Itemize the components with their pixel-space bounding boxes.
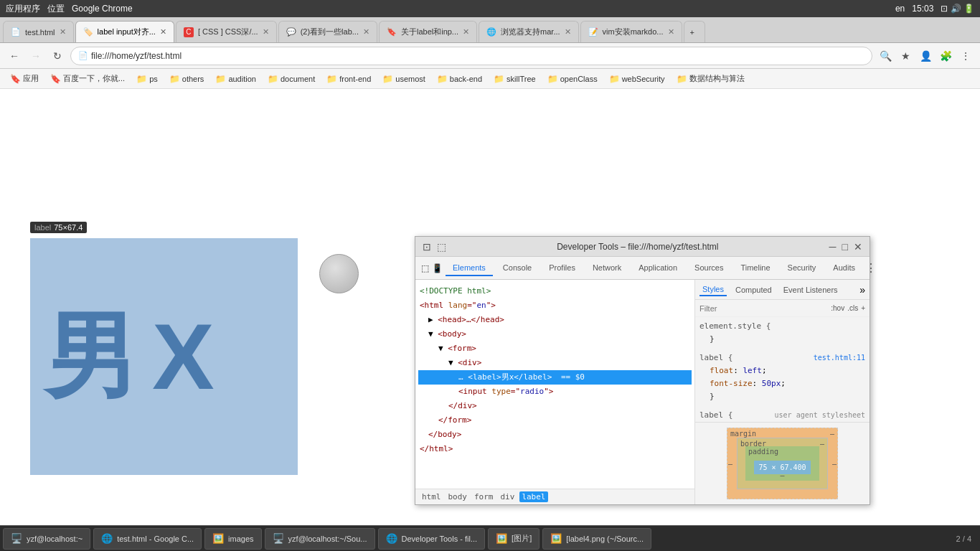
elem-html-tag: <html lang="en"> — [420, 301, 496, 310]
reload-button[interactable]: ↻ — [49, 47, 66, 65]
breadcrumb-div[interactable]: div — [499, 491, 517, 502]
browser-menu[interactable]: Google Chrome — [72, 4, 133, 14]
tab-label2[interactable]: 💬 (2)看到一些lab... ✕ — [278, 21, 377, 42]
elem-div[interactable]: ▼ <div> — [418, 356, 692, 370]
tab-close-6[interactable]: ✕ — [565, 27, 571, 37]
devtools-title: Developer Tools – file:///home/yzf/test.… — [446, 242, 829, 252]
devtools-device-icon[interactable]: 📱 — [432, 261, 443, 276]
tab-audits[interactable]: Audits — [826, 260, 862, 276]
style-block-label: label { test.html:11 float: left; font-s… — [699, 352, 865, 403]
styles-filter-input[interactable] — [699, 304, 828, 313]
elem-body-close[interactable]: </body> — [418, 428, 692, 442]
styles-tab-event-listeners[interactable]: Event Listeners — [781, 284, 841, 296]
taskbar-chrome-test[interactable]: 🌐 test.html - Google C... — [93, 528, 202, 550]
breadcrumb-form[interactable]: form — [472, 491, 496, 502]
taskbar-images[interactable]: 🖼️ images — [204, 528, 261, 550]
tab-timeline[interactable]: Timeline — [733, 260, 777, 276]
taskbar-label4[interactable]: 🖼️ [label4.png (~/Sourc... — [542, 528, 651, 550]
devtools-inspect-element-icon[interactable]: ⬚ — [421, 261, 429, 276]
tab-label-input[interactable]: 🏷️ label input对齐... ✕ — [75, 21, 174, 42]
bookmark-others[interactable]: 📁 others — [165, 72, 209, 85]
elem-form-triangle[interactable]: ▼ — [438, 344, 443, 353]
tab-network[interactable]: Network — [585, 260, 628, 276]
bookmark-document[interactable]: 📁 document — [263, 72, 319, 85]
elem-html[interactable]: <html lang="en"> — [418, 298, 692, 313]
radio-input[interactable] — [319, 254, 359, 293]
tab-browser-support[interactable]: 🌐 浏览器支持mar... ✕ — [479, 21, 579, 42]
tab-new[interactable]: + — [684, 21, 705, 42]
tab-close-2[interactable]: ✕ — [160, 27, 166, 37]
styles-tab-computed[interactable]: Computed — [732, 284, 775, 296]
style-source-label[interactable]: test.html:11 — [814, 352, 865, 364]
elem-form-close[interactable]: </form> — [418, 413, 692, 428]
tab-about-label[interactable]: 🔖 关于label和inp... ✕ — [379, 21, 477, 42]
tab-close-7[interactable]: ✕ — [668, 27, 674, 37]
back-button[interactable]: ← — [6, 47, 23, 65]
tab-console[interactable]: Console — [496, 260, 539, 276]
devtools-minimize-btn[interactable]: ─ — [829, 241, 837, 253]
tab-sources[interactable]: Sources — [687, 260, 730, 276]
elem-body-triangle[interactable]: ▼ — [428, 329, 433, 339]
devtools-more-icon[interactable]: ⋮ — [865, 261, 877, 275]
breadcrumb-label[interactable]: label — [519, 491, 547, 502]
elem-body[interactable]: ▼ <body> — [418, 327, 692, 342]
bookmark-icon[interactable]: ★ — [897, 47, 914, 65]
elem-input[interactable]: <input type="radio"> — [418, 385, 692, 399]
devtools-dock-icon[interactable]: ⊡ — [423, 241, 431, 253]
elem-label[interactable]: … <label>男x</label> == $0 — [418, 370, 692, 385]
hov-label[interactable]: :hov — [831, 304, 844, 312]
bookmark-backend[interactable]: 📁 back-end — [433, 72, 486, 85]
tab-close-1[interactable]: ✕ — [60, 27, 66, 37]
taskbar-devtools[interactable]: 🌐 Developer Tools - fil... — [378, 528, 486, 550]
add-style-btn[interactable]: + — [861, 304, 865, 312]
more-icon[interactable]: ⋮ — [957, 47, 974, 65]
box-model-area: margin – border – padding – — [695, 422, 870, 504]
devtools-close-btn[interactable]: ✕ — [854, 241, 862, 253]
tab-test-html[interactable]: 📄 test.html ✕ — [3, 21, 74, 42]
tab-application[interactable]: Application — [631, 260, 684, 276]
elem-html-close[interactable]: </html> — [418, 442, 692, 456]
styles-more-icon[interactable]: » — [859, 284, 865, 296]
bookmark-usemost[interactable]: 📁 usemost — [378, 72, 430, 85]
tab-close-5[interactable]: ✕ — [463, 27, 469, 37]
tab-security[interactable]: Security — [781, 260, 824, 276]
tab-vim[interactable]: 📝 vim安装markdo... ✕ — [580, 21, 682, 42]
search-icon[interactable]: 🔍 — [877, 47, 894, 65]
bookmark-openclass[interactable]: 📁 openClass — [543, 72, 602, 85]
bookmark-skilltree[interactable]: 📁 skillTree — [489, 72, 540, 85]
taskbar-terminal2[interactable]: 🖥️ yzf@localhost:~/Sou... — [265, 528, 375, 550]
elem-head[interactable]: ▶ <head>…</head> — [418, 313, 692, 327]
places-menu[interactable]: 位置 — [47, 3, 65, 15]
cls-label[interactable]: .cls — [847, 304, 858, 312]
breadcrumb-body[interactable]: body — [446, 491, 470, 502]
elem-form[interactable]: ▼ <form> — [418, 342, 692, 356]
devtools-inspect-icon[interactable]: ⬚ — [437, 241, 446, 253]
styles-tab-styles[interactable]: Styles — [699, 283, 727, 296]
profile-icon[interactable]: 👤 — [917, 47, 934, 65]
bookmark-baidu[interactable]: 🔖 百度一下，你就... — [46, 72, 129, 85]
address-bar[interactable]: 📄 file:///home/yzf/test.html — [70, 47, 872, 65]
tab-profiles[interactable]: Profiles — [542, 260, 583, 276]
taskbar-image-viewer[interactable]: 🖼️ [图片] — [488, 528, 540, 550]
settings-icon[interactable]: ⊡ 🔊 🔋 — [941, 4, 974, 14]
devtools-maximize-btn[interactable]: □ — [842, 241, 848, 253]
tab-close-4[interactable]: ✕ — [363, 27, 369, 37]
tab-css-deep[interactable]: C [ CSS ] CSS深/... ✕ — [176, 21, 277, 42]
elem-head-triangle[interactable]: ▶ — [428, 315, 433, 324]
elem-doctype[interactable]: <!DOCTYPE html> — [418, 284, 692, 298]
forward-button[interactable]: → — [27, 47, 44, 65]
elem-div-close[interactable]: </div> — [418, 399, 692, 413]
apps-menu[interactable]: 应用程序 — [6, 3, 40, 15]
bookmark-apps[interactable]: 🔖 应用 — [6, 72, 43, 85]
tab-close-3[interactable]: ✕ — [263, 27, 269, 37]
bookmark-websecurity[interactable]: 📁 webSecurity — [605, 72, 669, 85]
breadcrumb-html[interactable]: html — [420, 491, 443, 502]
taskbar-terminal[interactable]: 🖥️ yzf@localhost:~ — [3, 528, 90, 550]
elem-div-triangle[interactable]: ▼ — [448, 358, 453, 367]
tab-elements[interactable]: Elements — [446, 260, 493, 276]
bookmark-frontend[interactable]: 📁 front-end — [322, 72, 375, 85]
bookmark-datastructure[interactable]: 📁 数据结构与算法 — [672, 72, 749, 85]
extension-icon[interactable]: 🧩 — [937, 47, 954, 65]
bookmark-audition[interactable]: 📁 audition — [211, 72, 260, 85]
bookmark-ps[interactable]: 📁 ps — [132, 72, 162, 85]
